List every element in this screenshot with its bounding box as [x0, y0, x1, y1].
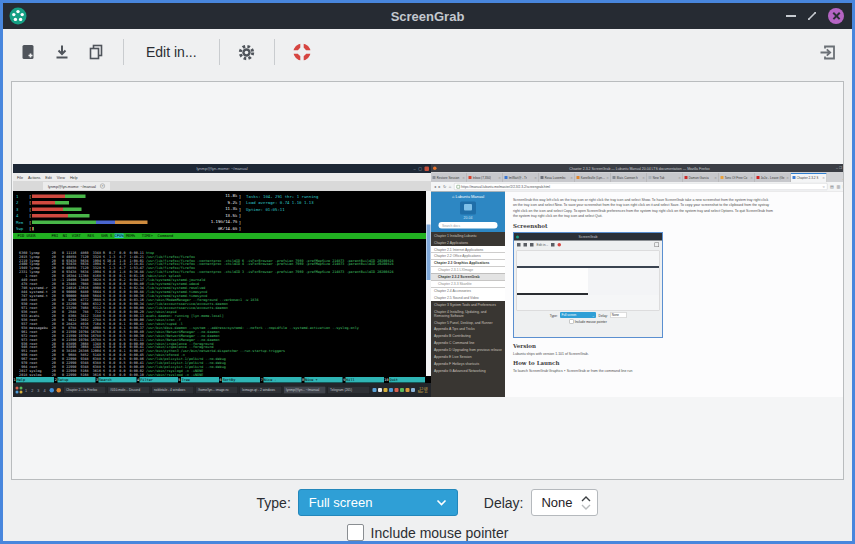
preview-lubuntu-book-logo [460, 202, 476, 215]
mini-preview-content [517, 266, 659, 295]
preview-tab-close-icon: ✕ [606, 176, 609, 180]
preview-tray-icon [384, 388, 388, 392]
preview-tab-close-icon: ✕ [786, 176, 789, 180]
new-document-icon [19, 43, 37, 61]
htop-uptime: Uptime: 01:05:11 [246, 206, 423, 213]
preview-firefox-titlebar: Chapter 2.3.2 ScreenGrab — Lubuntu Manua… [431, 164, 844, 172]
mini-edit-in-label: Edit in... [537, 243, 549, 247]
delay-spinbox[interactable]: None [531, 489, 598, 516]
quit-button[interactable] [814, 37, 840, 67]
preview-version-text: Lubuntu ships with version 1.101 of Scre… [513, 352, 836, 356]
preview-tab-favicon [613, 176, 616, 179]
edit-in-button[interactable]: Edit in... [138, 44, 205, 60]
preview-docs-paragraph: ScreenGrab this way left click on the tr… [513, 197, 773, 219]
screengrab-window: ScreenGrab [0, 0, 855, 544]
preview-tab-favicon [793, 176, 796, 179]
preview-firefox-navbar: ◂ ▸ ↻ ⌂ https://manual.lubuntu.me/master… [431, 182, 844, 192]
screenshot-preview-image: lynmp@lyn-mome: ~/manual – ▢ FileActions… [13, 164, 844, 397]
preview-firefox-icon [433, 166, 437, 170]
preview-docs-version: 20.04 [435, 216, 501, 220]
preview-tab-close-icon: ✕ [534, 176, 537, 180]
maximize-button[interactable] [805, 9, 819, 23]
preview-app-menu-icon [16, 387, 23, 394]
preview-taskbar-task: /home/lyn... image.nc [196, 386, 239, 394]
preview-url-bar: https://manual.lubuntu.me/master/2/2.3/2… [454, 183, 828, 190]
settings-button[interactable] [234, 37, 260, 67]
preview-tab-close-icon: ✕ [678, 176, 681, 180]
preview-docs-sidebar-item: Appendix G Advanced Networking [431, 367, 505, 374]
preview-firefox-tab: Restore Session ✕ [431, 173, 467, 182]
preview-menu-item: Help [70, 175, 78, 180]
preview-docs-sidebar-item: Chapter 2.3.2 ScreenGrab [431, 273, 505, 280]
preview-tab-favicon [685, 176, 688, 179]
minimize-button[interactable] [786, 15, 796, 17]
type-combobox[interactable]: Full screen [298, 489, 458, 516]
preview-tab-favicon [505, 176, 508, 179]
preview-tray-icon [395, 388, 399, 392]
preview-system-tray [373, 388, 416, 392]
preview-tray-icon [400, 388, 404, 392]
preview-tab-favicon [649, 176, 652, 179]
help-button[interactable] [289, 37, 315, 67]
preview-tab-close-icon: ✕ [714, 176, 717, 180]
function-key: 8Nice + [301, 376, 342, 383]
preview-tab-favicon [541, 176, 544, 179]
preview-firefox-scrollbar [844, 192, 845, 398]
preview-reload-icon: ↻ [443, 184, 446, 189]
preview-docs-sidebar-item: Appendix F Hotkeys shortcuts [431, 360, 505, 367]
spin-up-icon[interactable] [581, 496, 591, 502]
titlebar: ScreenGrab [3, 3, 852, 29]
preview-firefox-tab: Blais Cannon h ✕ [611, 173, 647, 182]
mini-gear-icon [551, 243, 555, 247]
download-icon [53, 43, 71, 61]
mini-delay-spinbox: None [610, 312, 626, 318]
preview-docs-content: ScreenGrab this way left click on the tr… [505, 192, 844, 398]
preview-taskbar-task: nobletale - 4 windows [152, 386, 195, 394]
preview-menu-item: File [17, 175, 23, 180]
include-mouse-pointer-checkbox[interactable] [347, 524, 364, 541]
window-title: ScreenGrab [3, 9, 852, 24]
preview-docs-sidebar-item: Appendix C Command line [431, 340, 505, 347]
preview-embedded-screengrab-image: ScreenGrab Edit in... [513, 232, 663, 338]
preview-taskbar: 1 2 3 4 Chapter 2... la Firefox#010-mole… [13, 383, 431, 397]
preview-docs-sidebar-item: Chapter 2.2 Office Applications [431, 253, 505, 260]
spin-down-icon[interactable] [581, 504, 591, 510]
preview-docs-sidebar-item: Chapter 5 Panel, Desktop, and Runner [431, 319, 505, 326]
preview-firefox-tab: New Tab ✕ [647, 173, 683, 182]
preview-tray-icon [411, 388, 415, 392]
include-mouse-pointer-label: Include mouse pointer [371, 525, 509, 541]
preview-tab-favicon [469, 176, 472, 179]
function-key: 1Help [13, 376, 54, 383]
preview-terminal-tabbar: lynmp@lyn-mome: ~/manual ✕ [13, 181, 431, 191]
preview-docs-sidebar-header: ⌂ Lubuntu Manual 20.04 Search docs [431, 192, 505, 233]
preview-docs-sidebar-item: Chapter 2.3.1 LXImage [431, 267, 505, 274]
preview-docs-sidebar-item: Appendix D Upgrading from previous relea… [431, 346, 505, 353]
preview-terminal-titlebar: lynmp@lyn-mome: ~/manual – ▢ [13, 164, 431, 173]
mini-help-icon [558, 243, 562, 247]
toolbar: Edit in... [3, 29, 852, 75]
preview-docs-sidebar: ⌂ Lubuntu Manual 20.04 Search docs Chapt… [431, 192, 505, 398]
type-combobox-value: Full screen [309, 495, 373, 510]
preview-forward-icon: ▸ [439, 184, 441, 189]
save-button[interactable] [49, 37, 75, 67]
new-screenshot-button[interactable] [15, 37, 41, 67]
preview-heading-screenshot: Screenshot [513, 223, 836, 230]
preview-tab-favicon [433, 176, 436, 179]
preview-terminal-menubar: FileActionsEditViewHelp [13, 173, 431, 181]
preview-docs-sidebar-item: Chapter 2.1 Internet Applications [431, 246, 505, 253]
preview-heading-version: Version [513, 343, 836, 350]
preview-docs-sidebar-item: Chapter 2.4 Accessories [431, 287, 505, 294]
preview-menu-item: Edit [45, 175, 51, 180]
mini-window-title: ScreenGrab [579, 235, 598, 239]
mini-new-icon [517, 243, 521, 247]
preview-docs-search-input: Search docs [439, 222, 498, 229]
preview-term-close-icon [425, 166, 430, 171]
copy-button[interactable] [83, 37, 109, 67]
preview-term-maximize-icon: ▢ [418, 166, 422, 171]
mini-preview-area [517, 251, 660, 311]
preview-docs-sidebar-item: Chapter 4 Installing, Updating, and Remo… [431, 308, 505, 319]
close-button[interactable] [828, 8, 844, 24]
preview-sidebar-icon: ▥ [836, 184, 840, 189]
preview-tab-close-icon: ✕ [750, 176, 753, 180]
mini-save-icon [524, 243, 528, 247]
